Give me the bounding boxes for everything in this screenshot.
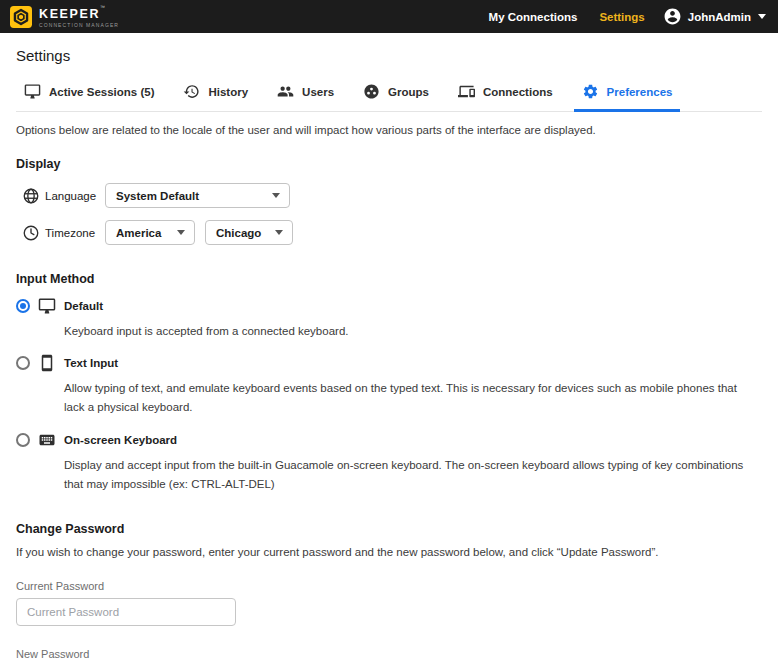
tab-groups[interactable]: Groups xyxy=(355,80,437,112)
monitor-icon xyxy=(24,83,41,100)
radio-default[interactable] xyxy=(16,299,30,313)
tab-history[interactable]: History xyxy=(175,80,256,112)
brand-subtitle: CONNECTION MANAGER xyxy=(39,23,119,28)
option-description: Keyboard input is accepted from a connec… xyxy=(64,322,762,340)
smartphone-icon xyxy=(38,354,56,372)
language-row: Language System Default xyxy=(16,183,762,208)
change-password-heading: Change Password xyxy=(16,522,762,536)
display-heading: Display xyxy=(16,157,762,171)
user-menu[interactable]: JohnAdmin xyxy=(663,7,766,26)
groups-icon xyxy=(363,83,380,100)
timezone-row: Timezone America Chicago xyxy=(16,220,762,245)
user-avatar-icon xyxy=(663,7,682,26)
tab-preferences[interactable]: Preferences xyxy=(574,80,681,112)
radio-onscreen-keyboard[interactable] xyxy=(16,433,30,447)
language-label: Language xyxy=(45,190,105,202)
current-password-label: Current Password xyxy=(16,580,762,592)
clock-icon xyxy=(22,224,40,242)
timezone-city-value: Chicago xyxy=(216,227,261,239)
timezone-label: Timezone xyxy=(45,227,105,239)
input-method-option-text-input: Text Input Allow typing of text, and emu… xyxy=(16,354,762,416)
radio-text-input[interactable] xyxy=(16,356,30,370)
chevron-down-icon xyxy=(177,230,185,235)
nav-my-connections[interactable]: My Connections xyxy=(489,11,578,23)
chevron-down-icon xyxy=(275,230,283,235)
tab-label: Connections xyxy=(483,86,553,98)
monitor-icon xyxy=(38,297,56,315)
user-name: JohnAdmin xyxy=(688,11,751,23)
timezone-region-select[interactable]: America xyxy=(105,220,195,245)
keeper-logo: KEEPER™ CONNECTION MANAGER xyxy=(10,5,119,28)
option-description: Allow typing of text, and emulate keyboa… xyxy=(64,379,762,416)
globe-icon xyxy=(22,187,40,205)
tab-label: Groups xyxy=(388,86,429,98)
nav-settings[interactable]: Settings xyxy=(599,11,644,23)
gear-icon xyxy=(582,83,599,100)
language-selected-value: System Default xyxy=(116,190,199,202)
tab-label: Preferences xyxy=(607,86,673,98)
chevron-down-icon xyxy=(758,14,766,19)
option-label[interactable]: On-screen Keyboard xyxy=(64,434,762,446)
top-navbar: KEEPER™ CONNECTION MANAGER My Connection… xyxy=(0,0,778,33)
input-method-option-default: Default Keyboard input is accepted from … xyxy=(16,297,762,340)
devices-icon xyxy=(458,83,475,100)
tab-label: Users xyxy=(302,86,334,98)
language-select[interactable]: System Default xyxy=(105,183,290,208)
timezone-region-value: America xyxy=(116,227,161,239)
brand-trademark: ™ xyxy=(100,4,105,10)
chevron-down-icon xyxy=(272,193,280,198)
brand-name: KEEPER xyxy=(39,7,100,21)
input-method-heading: Input Method xyxy=(16,272,762,286)
tab-connections[interactable]: Connections xyxy=(450,80,561,112)
history-icon xyxy=(183,83,200,100)
input-method-option-onscreen-keyboard: On-screen Keyboard Display and accept in… xyxy=(16,431,762,493)
option-label[interactable]: Default xyxy=(64,300,762,312)
settings-tab-bar: Active Sessions (5) History Users Groups… xyxy=(16,80,762,112)
new-password-label: New Password xyxy=(16,648,762,658)
users-icon xyxy=(277,83,294,100)
option-label[interactable]: Text Input xyxy=(64,357,762,369)
option-description: Display and accept input from the built-… xyxy=(64,456,762,493)
tab-label: Active Sessions (5) xyxy=(49,86,154,98)
current-password-field[interactable] xyxy=(16,598,236,626)
tab-active-sessions[interactable]: Active Sessions (5) xyxy=(16,80,162,112)
timezone-city-select[interactable]: Chicago xyxy=(205,220,293,245)
tab-label: History xyxy=(208,86,248,98)
preferences-intro-text: Options below are related to the locale … xyxy=(16,124,762,136)
change-password-intro: If you wish to change your password, ent… xyxy=(16,546,762,558)
keyboard-icon xyxy=(38,431,56,449)
page-title: Settings xyxy=(16,47,762,64)
keeper-hexagon-icon xyxy=(10,6,32,28)
tab-users[interactable]: Users xyxy=(269,80,342,112)
